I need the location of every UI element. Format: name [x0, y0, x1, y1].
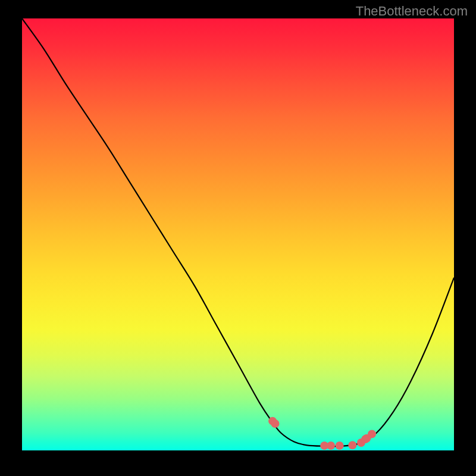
plot-area: [22, 18, 454, 450]
marker-dot: [271, 419, 279, 428]
marker-dot: [348, 441, 356, 449]
marker-dot: [336, 441, 344, 450]
curve-markers: [268, 417, 376, 450]
chart-container: TheBottleneck.com: [0, 0, 476, 476]
watermark-text: TheBottleneck.com: [356, 4, 468, 19]
marker-dot: [368, 430, 376, 438]
curve-overlay: [22, 18, 454, 450]
bottleneck-curve: [22, 18, 454, 446]
marker-dot: [327, 441, 335, 450]
